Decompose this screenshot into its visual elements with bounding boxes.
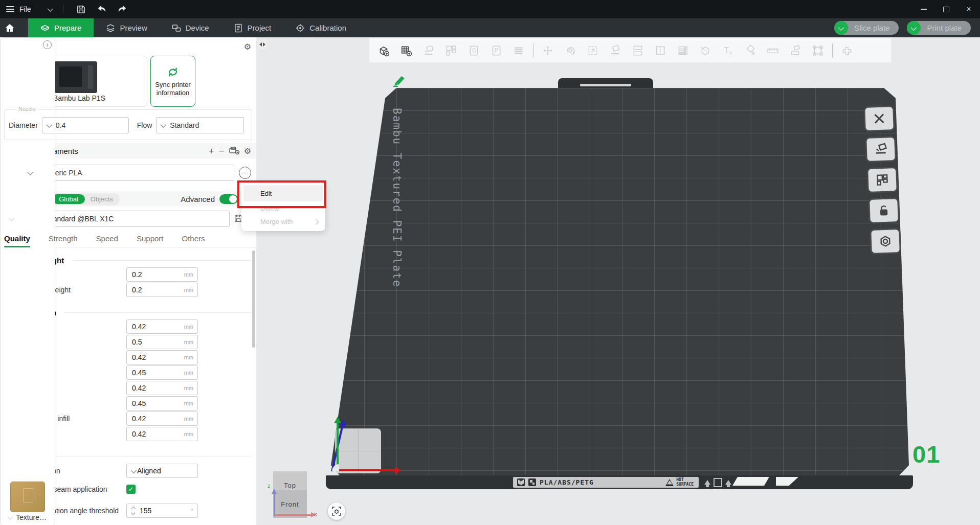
smart-scarf-seam-checkbox[interactable]: ✓ [126, 485, 136, 494]
plate-label-strip: PLA/ABS/PETG HOTSURFACE [513, 477, 699, 488]
square-outline-icon [714, 478, 722, 487]
outer-wall-line-width-input[interactable]: 0.42mm [126, 350, 198, 364]
tab-quality[interactable]: Quality [4, 231, 30, 247]
sidebar-collapse-handle[interactable] [257, 39, 268, 50]
close-icon [873, 112, 886, 126]
undo-icon[interactable] [94, 2, 109, 16]
tab-support[interactable]: Support [137, 231, 164, 247]
print-dropdown-icon[interactable] [907, 21, 921, 35]
sync-printer-button[interactable]: Sync printer information [150, 56, 195, 107]
home-icon[interactable] [0, 18, 19, 37]
tab-prepare[interactable]: Prepare [28, 18, 94, 37]
context-menu-merge[interactable]: Merge with [243, 215, 323, 228]
chevron-down-icon[interactable] [47, 6, 53, 12]
advanced-label: Advanced [181, 195, 215, 203]
flow-label: Flow [137, 121, 152, 129]
arrow-up-icon [704, 480, 710, 485]
plate-material-label: PLA/ABS/PETG [540, 478, 594, 486]
sidebar-scrollbar[interactable] [252, 250, 255, 348]
origin-highlight [335, 428, 381, 473]
plate-type-label: Texture… [16, 513, 47, 521]
seam-position-dropdown[interactable]: Aligned [126, 464, 198, 478]
filament-context-menu: Edit Delete Merge with [241, 182, 325, 231]
lock-plate-button[interactable] [868, 197, 900, 224]
fit-view-button[interactable] [328, 503, 345, 520]
navigation-cube[interactable]: Top Front [273, 471, 307, 518]
z-axis-label: z [268, 483, 271, 489]
print-plate-button[interactable]: Print plate [907, 21, 971, 35]
file-menu[interactable]: File [19, 5, 31, 13]
support-line-width-input[interactable]: 0.42mm [126, 427, 198, 441]
build-plate-grid [256, 37, 921, 482]
redo-icon[interactable] [115, 2, 130, 16]
plate-clip [776, 477, 798, 486]
process-scope-toggle[interactable]: Global Objects [51, 193, 120, 205]
diameter-dropdown[interactable]: 0.4 [42, 117, 129, 133]
auto-orient-plate-button[interactable] [865, 136, 897, 163]
arrange-plate-button[interactable] [866, 167, 898, 193]
scope-objects[interactable]: Objects [85, 195, 119, 203]
y-axis-arrow [337, 423, 339, 470]
auto-orient-icon [874, 143, 888, 156]
sync-icon [166, 65, 180, 79]
add-filament-button[interactable]: + [208, 146, 214, 156]
flow-dropdown[interactable]: Standard [156, 117, 244, 133]
internal-solid-infill-line-width-input[interactable]: 0.42mm [126, 412, 198, 426]
plate-action-buttons [864, 106, 901, 254]
filament-settings-gear-icon[interactable]: ⚙ [244, 146, 251, 156]
printer-image [54, 61, 97, 93]
tab-speed[interactable]: Speed [96, 231, 118, 247]
filament-menu-button[interactable]: ··· [239, 167, 251, 179]
tab-device[interactable]: Device [160, 18, 221, 37]
qr-code-icon [528, 478, 536, 486]
slice-plate-button[interactable]: Slice plate [834, 21, 899, 35]
menu-icon[interactable] [6, 6, 14, 12]
nozzle-group: Nozzle Diameter 0.4 Flow Standard [4, 109, 252, 140]
fit-view-icon [331, 506, 342, 516]
cube-face-top[interactable]: Top [273, 471, 307, 490]
close-button[interactable]: × [957, 0, 980, 18]
submenu-chevron-icon [314, 218, 318, 225]
plate-handle [558, 78, 653, 88]
ams-sync-icon[interactable] [229, 147, 239, 155]
minimize-button[interactable] [912, 0, 935, 18]
default-line-width-input[interactable]: 0.42mm [126, 319, 198, 334]
context-menu-edit[interactable]: Edit [243, 185, 323, 201]
layer-height-input[interactable]: 0.2 mm [126, 267, 198, 282]
tab-strength[interactable]: Strength [49, 231, 78, 247]
remove-filament-button[interactable]: − [219, 146, 225, 156]
arrange-icon [876, 173, 889, 187]
initial-layer-line-width-input[interactable]: 0.5mm [126, 335, 198, 349]
info-icon[interactable]: i [43, 40, 52, 49]
printer-settings-gear-icon[interactable]: ⚙ [244, 42, 251, 52]
plate-clip [732, 477, 769, 486]
tab-others[interactable]: Others [182, 231, 205, 247]
plate-clip-icons [704, 477, 731, 488]
maximize-button[interactable] [935, 0, 957, 18]
cube-x-arrow [275, 514, 311, 516]
initial-layer-height-input[interactable]: 0.2 mm [126, 283, 198, 297]
scope-global[interactable]: Global [52, 194, 85, 204]
bambu-logo-icon [517, 478, 525, 486]
slice-dropdown-icon[interactable] [834, 21, 848, 35]
plate-number: 01 [912, 440, 940, 468]
sparse-infill-line-width-input[interactable]: 0.45mm [126, 396, 198, 410]
top-surface-line-width-input[interactable]: 0.42mm [126, 381, 198, 395]
3d-viewport: 0 P Ta Bambu Te [256, 37, 980, 525]
advanced-toggle[interactable] [219, 194, 238, 204]
delete-all-button[interactable] [863, 105, 895, 132]
context-menu-delete[interactable]: Delete [243, 201, 323, 215]
cube-face-front[interactable]: Front [273, 490, 307, 518]
bambu-studio-window: File × Prepare [0, 0, 980, 525]
scarf-angle-threshold-spinner[interactable]: 155 ° [126, 504, 198, 518]
plate-settings-button[interactable] [870, 228, 901, 255]
divider [63, 5, 63, 14]
tab-calibration[interactable]: Calibration [283, 18, 359, 37]
inner-wall-line-width-input[interactable]: 0.45mm [126, 366, 198, 380]
tab-preview[interactable]: Preview [94, 18, 159, 37]
tab-project[interactable]: Project [221, 18, 284, 37]
prepare-icon [40, 24, 50, 33]
plate-texture-image [10, 482, 45, 512]
calibration-icon [296, 24, 305, 33]
save-icon[interactable] [74, 2, 89, 16]
